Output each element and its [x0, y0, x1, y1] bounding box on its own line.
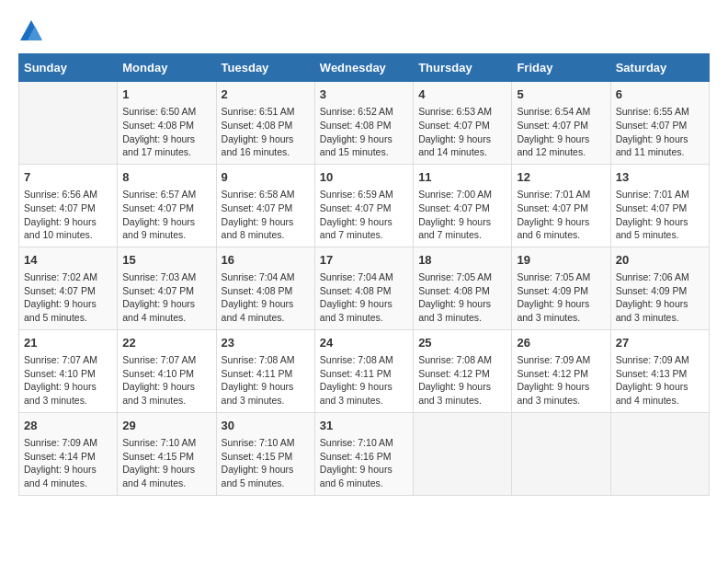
day-info: Sunrise: 7:07 AM Sunset: 4:10 PM Dayligh…: [24, 353, 112, 408]
day-info: Sunrise: 6:52 AM Sunset: 4:08 PM Dayligh…: [320, 105, 408, 159]
day-number: 29: [122, 418, 210, 434]
calendar-day-cell: 13Sunrise: 7:01 AM Sunset: 4:07 PM Dayli…: [610, 164, 709, 247]
day-info: Sunrise: 7:09 AM Sunset: 4:12 PM Dayligh…: [517, 353, 605, 408]
day-info: Sunrise: 6:50 AM Sunset: 4:08 PM Dayligh…: [122, 105, 210, 159]
calendar-day-cell: 3Sunrise: 6:52 AM Sunset: 4:08 PM Daylig…: [314, 82, 413, 165]
calendar-day-cell: 31Sunrise: 7:10 AM Sunset: 4:16 PM Dayli…: [314, 412, 413, 495]
calendar-day-cell: 4Sunrise: 6:53 AM Sunset: 4:07 PM Daylig…: [414, 82, 512, 165]
calendar-week-row: 14Sunrise: 7:02 AM Sunset: 4:07 PM Dayli…: [19, 247, 710, 329]
weekday-header-friday: Friday: [512, 54, 610, 82]
day-number: 7: [24, 169, 112, 186]
calendar-day-cell: 7Sunrise: 6:56 AM Sunset: 4:07 PM Daylig…: [19, 164, 118, 247]
day-number: 31: [320, 418, 408, 434]
calendar-day-cell: 2Sunrise: 6:51 AM Sunset: 4:08 PM Daylig…: [216, 82, 314, 165]
day-number: 4: [418, 86, 506, 103]
calendar-day-cell: 29Sunrise: 7:10 AM Sunset: 4:15 PM Dayli…: [118, 412, 216, 495]
day-number: 9: [222, 169, 310, 186]
calendar-day-cell: 21Sunrise: 7:07 AM Sunset: 4:10 PM Dayli…: [19, 329, 118, 412]
day-info: Sunrise: 7:10 AM Sunset: 4:15 PM Dayligh…: [122, 436, 210, 490]
calendar-day-cell: 5Sunrise: 6:54 AM Sunset: 4:07 PM Daylig…: [512, 82, 610, 165]
day-number: 20: [616, 252, 704, 269]
day-number: 16: [222, 252, 310, 269]
weekday-header-tuesday: Tuesday: [216, 54, 314, 82]
calendar-day-cell: 23Sunrise: 7:08 AM Sunset: 4:11 PM Dayli…: [216, 329, 314, 412]
day-info: Sunrise: 7:01 AM Sunset: 4:07 PM Dayligh…: [616, 188, 704, 242]
day-info: Sunrise: 7:08 AM Sunset: 4:11 PM Dayligh…: [222, 353, 310, 408]
calendar-day-cell: 22Sunrise: 7:07 AM Sunset: 4:10 PM Dayli…: [118, 329, 216, 412]
calendar-day-cell: 14Sunrise: 7:02 AM Sunset: 4:07 PM Dayli…: [19, 247, 118, 329]
day-number: 12: [517, 169, 605, 186]
day-info: Sunrise: 7:02 AM Sunset: 4:07 PM Dayligh…: [24, 270, 112, 325]
day-number: 5: [517, 86, 605, 103]
weekday-row: SundayMondayTuesdayWednesdayThursdayFrid…: [19, 54, 710, 82]
day-number: 26: [517, 335, 605, 351]
day-number: 8: [122, 169, 210, 186]
day-info: Sunrise: 7:10 AM Sunset: 4:16 PM Dayligh…: [320, 436, 408, 490]
calendar-day-cell: 15Sunrise: 7:03 AM Sunset: 4:07 PM Dayli…: [118, 247, 216, 329]
calendar-day-cell: 17Sunrise: 7:04 AM Sunset: 4:08 PM Dayli…: [314, 247, 413, 329]
day-info: Sunrise: 7:06 AM Sunset: 4:09 PM Dayligh…: [616, 270, 704, 325]
day-number: 19: [517, 252, 605, 269]
calendar-header: SundayMondayTuesdayWednesdayThursdayFrid…: [19, 54, 710, 82]
weekday-header-monday: Monday: [118, 54, 216, 82]
calendar-day-cell: 10Sunrise: 6:59 AM Sunset: 4:07 PM Dayli…: [314, 164, 413, 247]
calendar-day-cell: 11Sunrise: 7:00 AM Sunset: 4:07 PM Dayli…: [414, 164, 512, 247]
day-info: Sunrise: 6:53 AM Sunset: 4:07 PM Dayligh…: [418, 105, 506, 159]
calendar-day-cell: 24Sunrise: 7:08 AM Sunset: 4:11 PM Dayli…: [314, 329, 413, 412]
empty-day-cell: [19, 82, 118, 165]
day-info: Sunrise: 7:07 AM Sunset: 4:10 PM Dayligh…: [122, 353, 210, 408]
day-number: 27: [616, 335, 704, 351]
day-info: Sunrise: 6:58 AM Sunset: 4:07 PM Dayligh…: [222, 188, 310, 242]
day-number: 3: [320, 86, 408, 103]
calendar-week-row: 7Sunrise: 6:56 AM Sunset: 4:07 PM Daylig…: [19, 164, 710, 247]
calendar-day-cell: 30Sunrise: 7:10 AM Sunset: 4:15 PM Dayli…: [216, 412, 314, 495]
calendar-week-row: 21Sunrise: 7:07 AM Sunset: 4:10 PM Dayli…: [19, 329, 710, 412]
day-number: 28: [24, 418, 112, 434]
day-number: 6: [616, 86, 704, 103]
day-number: 25: [418, 335, 506, 351]
day-info: Sunrise: 7:04 AM Sunset: 4:08 PM Dayligh…: [222, 270, 310, 325]
calendar-body: 1Sunrise: 6:50 AM Sunset: 4:08 PM Daylig…: [19, 82, 710, 496]
day-info: Sunrise: 7:01 AM Sunset: 4:07 PM Dayligh…: [517, 188, 605, 242]
day-info: Sunrise: 7:00 AM Sunset: 4:07 PM Dayligh…: [418, 188, 506, 242]
weekday-header-saturday: Saturday: [610, 54, 709, 82]
calendar-week-row: 1Sunrise: 6:50 AM Sunset: 4:08 PM Daylig…: [19, 82, 710, 165]
calendar-day-cell: 1Sunrise: 6:50 AM Sunset: 4:08 PM Daylig…: [118, 82, 216, 165]
calendar-day-cell: 27Sunrise: 7:09 AM Sunset: 4:13 PM Dayli…: [610, 329, 709, 412]
day-number: 1: [122, 86, 210, 103]
day-number: 17: [320, 252, 408, 269]
page-header: [18, 18, 710, 44]
day-info: Sunrise: 6:57 AM Sunset: 4:07 PM Dayligh…: [122, 188, 210, 242]
calendar-day-cell: 18Sunrise: 7:05 AM Sunset: 4:08 PM Dayli…: [414, 247, 512, 329]
day-number: 30: [222, 418, 310, 434]
day-number: 21: [24, 335, 112, 351]
day-number: 18: [418, 252, 506, 269]
day-info: Sunrise: 6:55 AM Sunset: 4:07 PM Dayligh…: [616, 105, 704, 159]
logo-icon: [18, 18, 44, 44]
day-info: Sunrise: 6:56 AM Sunset: 4:07 PM Dayligh…: [24, 188, 112, 242]
calendar-day-cell: 25Sunrise: 7:08 AM Sunset: 4:12 PM Dayli…: [414, 329, 512, 412]
day-number: 2: [222, 86, 310, 103]
day-number: 11: [418, 169, 506, 186]
weekday-header-thursday: Thursday: [414, 54, 512, 82]
day-number: 22: [122, 335, 210, 351]
calendar-day-cell: 12Sunrise: 7:01 AM Sunset: 4:07 PM Dayli…: [512, 164, 610, 247]
day-info: Sunrise: 7:05 AM Sunset: 4:08 PM Dayligh…: [418, 270, 506, 325]
day-info: Sunrise: 6:51 AM Sunset: 4:08 PM Dayligh…: [222, 105, 310, 159]
day-number: 10: [320, 169, 408, 186]
calendar-day-cell: 20Sunrise: 7:06 AM Sunset: 4:09 PM Dayli…: [610, 247, 709, 329]
calendar-day-cell: 6Sunrise: 6:55 AM Sunset: 4:07 PM Daylig…: [610, 82, 709, 165]
weekday-header-sunday: Sunday: [19, 54, 118, 82]
day-number: 13: [616, 169, 704, 186]
calendar-week-row: 28Sunrise: 7:09 AM Sunset: 4:14 PM Dayli…: [19, 412, 710, 495]
day-info: Sunrise: 7:09 AM Sunset: 4:13 PM Dayligh…: [616, 353, 704, 408]
day-info: Sunrise: 7:09 AM Sunset: 4:14 PM Dayligh…: [24, 436, 112, 490]
empty-day-cell: [610, 412, 709, 495]
calendar-table: SundayMondayTuesdayWednesdayThursdayFrid…: [18, 53, 710, 496]
day-info: Sunrise: 6:59 AM Sunset: 4:07 PM Dayligh…: [320, 188, 408, 242]
day-number: 15: [122, 252, 210, 269]
day-info: Sunrise: 7:08 AM Sunset: 4:11 PM Dayligh…: [320, 353, 408, 408]
weekday-header-wednesday: Wednesday: [314, 54, 413, 82]
empty-day-cell: [414, 412, 512, 495]
calendar-day-cell: 28Sunrise: 7:09 AM Sunset: 4:14 PM Dayli…: [19, 412, 118, 495]
